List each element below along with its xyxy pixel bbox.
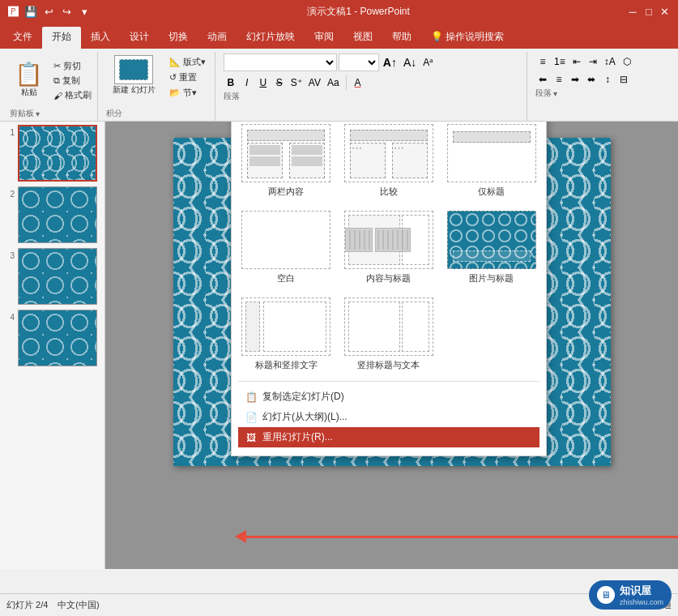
reset-button[interactable]: ↺重置 [167, 71, 208, 84]
tab-search[interactable]: 💡 操作说明搜索 [421, 27, 514, 49]
tab-design[interactable]: 设计 [120, 27, 159, 49]
slide-pattern-4 [19, 310, 96, 366]
char-spacing-button[interactable]: AV [306, 75, 323, 91]
lp-vb-main [348, 302, 400, 352]
maximize-icon[interactable]: □ [642, 5, 655, 18]
layout-label-7: 内容与标题 [366, 272, 411, 284]
cut-button[interactable]: ✂ 剪切 [51, 59, 94, 73]
paragraph-expand-icon[interactable]: ▾ [553, 89, 557, 98]
arrow-line [246, 536, 678, 538]
slide-thumbnail-2[interactable] [18, 186, 97, 243]
window-controls: ─ □ ✕ [626, 5, 672, 18]
text-direction-button[interactable]: ↕A [602, 53, 618, 70]
font-size-select[interactable] [339, 53, 379, 71]
bold-button[interactable]: B [224, 75, 238, 91]
bullet-list-button[interactable]: ≡ [535, 53, 550, 70]
paragraph-row1: ≡ 1≡ ⇤ ⇥ ↕A ⬡ [535, 53, 634, 70]
align-right-button[interactable]: ➡ [568, 71, 582, 88]
increase-font-button[interactable]: A↑ [381, 54, 399, 71]
layout-label-3: 两栏内容 [268, 186, 304, 198]
underline-button[interactable]: U [256, 75, 271, 91]
ribbon-content: 📋 粘贴 ✂ 剪切 ⧉ 复制 🖌 格式刷 剪贴板 ▾ [0, 49, 678, 122]
font-name-select[interactable] [224, 53, 337, 71]
tab-animation[interactable]: 动画 [198, 27, 237, 49]
tab-slideshow[interactable]: 幻灯片放映 [237, 27, 305, 49]
slide-thumbnail-3[interactable] [18, 248, 97, 305]
numbered-list-button[interactable]: 1≡ [552, 53, 568, 70]
slide-info: 幻灯片 2/4 [6, 599, 48, 611]
layout-two-content[interactable]: 两栏内容 [238, 122, 335, 201]
font-case-button[interactable]: Aa [325, 75, 342, 91]
duplicate-slide-item[interactable]: 📋 复制选定幻灯片(D) [238, 387, 539, 407]
clipboard-expand-icon[interactable]: ▾ [36, 109, 40, 118]
slide-thumbnail-1[interactable] [18, 125, 97, 182]
ribbon-tabs: 文件 开始 插入 设计 切换 动画 幻灯片放映 审阅 视图 帮助 💡 操作说明搜… [0, 23, 678, 49]
indent-more-button[interactable]: ⇥ [586, 53, 600, 70]
decrease-font-button[interactable]: A↓ [401, 54, 419, 71]
section-button[interactable]: 📂节▾ [167, 86, 208, 100]
font-row-1: A↑ A↓ Aᵃ [224, 53, 520, 71]
slide-thumb-2[interactable]: 2 [3, 186, 101, 243]
reuse-icon: 🖼 [245, 431, 258, 444]
lp-two-title [247, 130, 325, 141]
from-outline-item[interactable]: 📄 幻灯片(从大纲)(L)... [238, 407, 539, 427]
line-spacing-button[interactable]: ↕ [600, 71, 615, 88]
copy-button[interactable]: ⧉ 复制 [51, 74, 94, 88]
redo-icon[interactable]: ↪ [60, 5, 73, 18]
tab-review[interactable]: 审阅 [305, 27, 343, 49]
tab-file[interactable]: 文件 [3, 27, 42, 49]
text-shadow-button[interactable]: S⁺ [288, 75, 305, 91]
format-paint-button[interactable]: 🖌 格式刷 [51, 88, 94, 102]
paragraph-group: ≡ 1≡ ⇤ ⇥ ↕A ⬡ ⬅ ≡ ➡ ⬌ ↕ ⊟ 段落 ▾ [529, 52, 675, 121]
tab-help[interactable]: 帮助 [382, 27, 421, 49]
layout-vert-title[interactable]: 标题和竖排文字 [238, 294, 335, 374]
slide-thumbnail-4[interactable] [18, 310, 97, 366]
tab-insert[interactable]: 插入 [81, 27, 120, 49]
lp-comp-right: ▪ ▪ ▪ [392, 143, 428, 178]
minimize-icon[interactable]: ─ [626, 5, 639, 18]
clipboard-small-buttons: ✂ 剪切 ⧉ 复制 🖌 格式刷 [51, 59, 94, 102]
undo-icon[interactable]: ↩ [42, 5, 55, 18]
layout-vert-body[interactable]: 竖排标题与文本 [341, 294, 437, 374]
layout-blank[interactable]: 空白 [238, 207, 335, 288]
lp-cc-content [348, 215, 400, 265]
slide-panel: 1 2 3 4 [0, 122, 105, 569]
font-row-2: B I U S S⁺ AV Aa A [224, 75, 520, 91]
convert-to-smartart-button[interactable]: ⬡ [620, 53, 634, 70]
columns-button[interactable]: ⊟ [616, 71, 631, 88]
slide-thumb-4[interactable]: 4 [3, 310, 101, 366]
lp-vb-side [402, 302, 429, 352]
slide-thumb-1[interactable]: 1 [3, 125, 101, 182]
justify-button[interactable]: ⬌ [584, 71, 599, 88]
paragraph-group-label: 段落 ▾ [535, 88, 668, 101]
strikethrough-button[interactable]: S [272, 75, 287, 91]
watermark-icon: 🖥 [597, 586, 615, 604]
reuse-slides-item[interactable]: 🖼 重用幻灯片(R)... [238, 427, 539, 447]
layout-content-caption[interactable]: 内容与标题 [341, 207, 437, 288]
font-color-button[interactable]: A [351, 75, 365, 91]
italic-button[interactable]: I [240, 75, 254, 91]
cut-icon: ✂ [53, 61, 61, 71]
tab-home[interactable]: 开始 [42, 27, 81, 49]
clear-format-button[interactable]: Aᵃ [420, 54, 436, 71]
status-bar: 幻灯片 2/4 中文(中国) 备注 普通 [0, 593, 678, 616]
align-left-button[interactable]: ⬅ [535, 71, 550, 88]
tab-transition[interactable]: 切换 [159, 27, 198, 49]
new-slide-label: 新建 幻灯片 [113, 85, 156, 95]
align-center-button[interactable]: ≡ [552, 71, 566, 88]
layout-title-only[interactable]: 仅标题 [443, 122, 539, 201]
customize-icon[interactable]: ▾ [78, 5, 91, 18]
indent-less-button[interactable]: ⇤ [569, 53, 584, 70]
slides-buttons: 新建 幻灯片 📐版式▾ ↺重置 📂节▾ [106, 53, 208, 108]
close-icon[interactable]: ✕ [659, 5, 672, 18]
save-icon[interactable]: 💾 [24, 5, 37, 18]
layout-preview-pc [447, 211, 536, 269]
paste-button[interactable]: 📋 粘贴 [10, 62, 48, 100]
layout-picture-caption[interactable]: 图片与标题 [443, 207, 539, 288]
layout-button[interactable]: 📐版式▾ [167, 55, 208, 69]
new-slide-button[interactable]: 新建 幻灯片 [106, 53, 162, 96]
tab-view[interactable]: 视图 [343, 27, 382, 49]
slide-thumb-3[interactable]: 3 [3, 248, 101, 305]
layout-comparison[interactable]: ▪ ▪ ▪ ▪ ▪ ▪ 比较 [341, 122, 437, 201]
lp-vt-content [263, 302, 326, 352]
